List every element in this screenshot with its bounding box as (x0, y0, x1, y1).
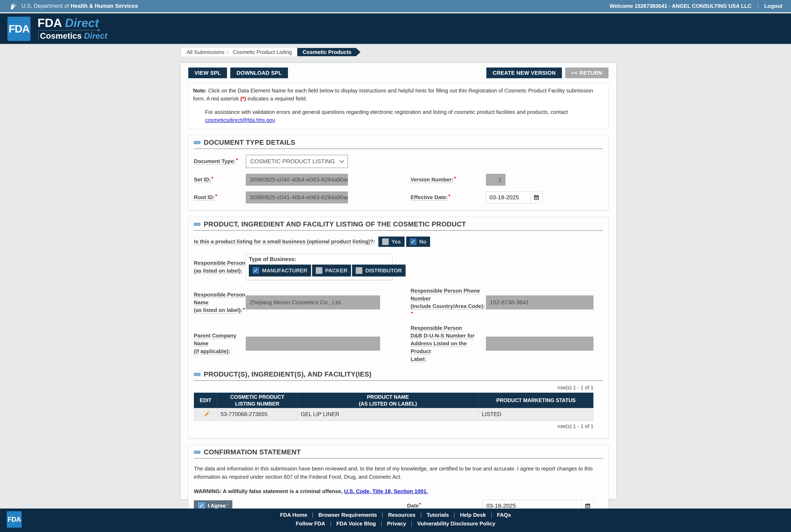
edit-pencil-icon[interactable] (204, 410, 211, 417)
business-type-distributor-checkbox[interactable]: DISTRIBUTOR (352, 265, 405, 277)
checkbox-unchecked-icon (316, 267, 323, 274)
small-business-yes-checkbox[interactable]: Yes (379, 236, 405, 247)
responsible-person-phone-label[interactable]: Responsible Person PhoneNumber(Include C… (410, 287, 486, 318)
footer-link-fda-voice-blog[interactable]: FDA Voice Blog (336, 520, 376, 527)
required-asterisk: * (226, 502, 228, 508)
listing-number-cell: 53-770068-273655 (217, 408, 297, 421)
table-row: 53-770068-273655 GEL LIP LINER LISTED (194, 408, 593, 421)
required-asterisk: * (454, 176, 456, 182)
date-label[interactable]: Date (407, 502, 419, 509)
footer-link-help-desk[interactable]: Help Desk (460, 512, 486, 518)
footer-link-faqs[interactable]: FAQs (497, 512, 511, 518)
collapse-section-icon[interactable] (194, 451, 200, 454)
footer-link-resources[interactable]: Resources (388, 512, 416, 518)
calendar-icon (533, 194, 540, 201)
welcome-user-text: Welcome 15267383641 - ANGEL CONSULTING U… (609, 3, 752, 9)
return-button[interactable]: << RETURN (565, 68, 608, 78)
topbar-divider (758, 3, 758, 10)
checkbox-unchecked-icon (382, 239, 389, 245)
footer-link-fda-home[interactable]: FDA Home (280, 512, 307, 518)
collapse-section-icon[interactable] (194, 141, 200, 144)
collapse-section-icon[interactable] (194, 373, 200, 376)
responsible-person-name-label[interactable]: Responsible PersonName(as listed on labe… (194, 291, 246, 314)
product-section-header: PRODUCT, INGREDIENT AND FACILITY LISTING… (194, 220, 603, 231)
required-asterisk: * (215, 193, 217, 199)
collapse-section-icon[interactable] (194, 223, 200, 226)
footer-links-row1: FDA Home Browser Requirements Resources … (0, 512, 791, 518)
business-type-packer-checkbox[interactable]: PACKER (312, 265, 351, 277)
root-id-label[interactable]: Root ID: (194, 194, 215, 200)
checkbox-checked-icon: ✓ (253, 267, 259, 274)
us-code-link[interactable]: U.S. Code, Title 18, Section 1001. (344, 488, 428, 494)
warning-line: WARNING: A willfully false statement is … (194, 488, 603, 495)
create-new-version-button[interactable]: CREATE NEW VERSION (486, 68, 562, 78)
cosmeticsdirect-email-link[interactable]: cosmeticsdirect@fda.hhs.gov (205, 117, 275, 123)
checkbox-checked-icon: ✓ (410, 239, 417, 245)
view-spl-button[interactable]: VIEW SPL (188, 68, 227, 78)
marketing-status-column-header: PRODUCT MARKETING STATUS (479, 393, 593, 408)
assistance-text: For assistance with validation errors an… (193, 108, 604, 124)
parent-company-name-label[interactable]: Parent Company Name(if applicable): (194, 332, 246, 355)
page-footer: FDA FDA Home Browser Requirements Resour… (0, 509, 791, 532)
document-type-select[interactable]: COSMETIC PRODUCT LISTING (246, 155, 348, 168)
document-type-details-section: DOCUMENT TYPE DETAILS Document Type:* CO… (188, 135, 608, 211)
listing-number-column-header: COSMETIC PRODUCTLISTING NUMBER (217, 393, 297, 408)
breadcrumb-cosmetic-product-listing[interactable]: Cosmetic Product Listing (227, 48, 297, 56)
products-subsection-header: PRODUCT(S), INGREDIENT(S), AND FACILITY(… (194, 370, 603, 381)
parent-company-name-field (246, 337, 380, 350)
main-form-card: VIEW SPL DOWNLOAD SPL CREATE NEW VERSION… (180, 63, 617, 499)
responsible-person-name-field: Zhejiang Meixin Cosmetics Co., Ltd. (246, 296, 380, 309)
confirmation-section-title: CONFIRMATION STATEMENT (204, 448, 301, 456)
small-business-toggle: Yes ✓No (379, 236, 430, 247)
brand-title-block: FDA Direct Cosmetics Direct (37, 16, 107, 41)
table-rows-info-bottom: row(s) 1 - 1 of 1 (194, 423, 593, 429)
checkbox-checked-icon: ✓ (198, 502, 205, 509)
spl-toolbar: VIEW SPL DOWNLOAD SPL CREATE NEW VERSION… (188, 68, 608, 78)
edit-row-cell (194, 408, 217, 421)
footer-link-tutorials[interactable]: Tutorials (427, 512, 449, 518)
instructions-note: Note: Click on the Data Element Name for… (188, 83, 608, 129)
chevron-down-icon (339, 158, 344, 163)
marketing-status-cell: LISTED (479, 408, 593, 421)
small-business-question-label[interactable]: Is this a product listing for a small bu… (194, 238, 375, 246)
responsible-person-duns-field (486, 337, 593, 350)
business-type-manufacturer-checkbox[interactable]: ✓MANUFACTURER (249, 265, 311, 277)
type-of-business-label: Type of Business: (249, 256, 390, 263)
footer-links-row2: Follow FDA FDA Voice Blog Privacy Vulner… (0, 520, 791, 527)
required-asterisk: * (243, 306, 245, 313)
required-asterisk: * (411, 310, 413, 317)
small-business-no-checkbox[interactable]: ✓No (406, 236, 430, 247)
breadcrumb-all-submissions[interactable]: All Submissions (181, 48, 230, 56)
calendar-icon (584, 502, 591, 509)
logout-link[interactable]: Logout (764, 3, 783, 9)
government-topbar: U.S. Department of Health & Human Servic… (0, 0, 791, 13)
product-section-title: PRODUCT, INGREDIENT AND FACILITY LISTING… (204, 220, 466, 228)
download-spl-button[interactable]: DOWNLOAD SPL (230, 68, 288, 78)
required-asterisk: * (236, 157, 238, 163)
table-rows-info-top: row(s) 1 - 1 of 1 (194, 385, 593, 391)
document-type-selected-value: COSMETIC PRODUCT LISTING (250, 158, 335, 165)
effective-date-calendar-button[interactable] (530, 191, 542, 204)
required-asterisk: * (419, 502, 421, 508)
responsible-person-duns-label[interactable]: Responsible PersonD&B D-U-N-S Number for… (410, 324, 486, 363)
confirmation-statement-text: The data and information in this submiss… (194, 464, 602, 481)
set-id-label[interactable]: Set ID: (194, 176, 211, 183)
set-id-field: 30980925-c040-40b4-e063-6294a90ae052 (246, 174, 348, 186)
brand-header: FDA FDA Direct Cosmetics Direct (0, 13, 791, 44)
footer-link-follow-fda[interactable]: Follow FDA (296, 520, 325, 527)
required-asterisk: * (211, 176, 213, 182)
footer-link-privacy[interactable]: Privacy (387, 520, 406, 527)
footer-link-browser-requirements[interactable]: Browser Requirements (318, 512, 377, 518)
effective-date-label[interactable]: Effective Date: (410, 194, 448, 200)
effective-date-input[interactable]: 03-18-2025 (486, 191, 530, 204)
root-id-field: 30980925-c041-40b4-e063-6294a90ae052 (246, 191, 348, 204)
fda-logo: FDA (7, 17, 31, 41)
footer-link-vulnerability-policy[interactable]: Vulnerability Disclosure Policy (417, 520, 495, 527)
edit-column-header: EDIT (194, 393, 217, 408)
document-type-details-title: DOCUMENT TYPE DETAILS (204, 138, 295, 146)
brand-connector-line (38, 30, 98, 31)
version-number-label[interactable]: Version Number: (410, 176, 454, 183)
fda-direct-title: FDA Direct (37, 16, 107, 30)
responsible-person-label[interactable]: Responsible Person(as listed on label): (194, 259, 246, 274)
document-type-label[interactable]: Document Type: (194, 158, 236, 164)
